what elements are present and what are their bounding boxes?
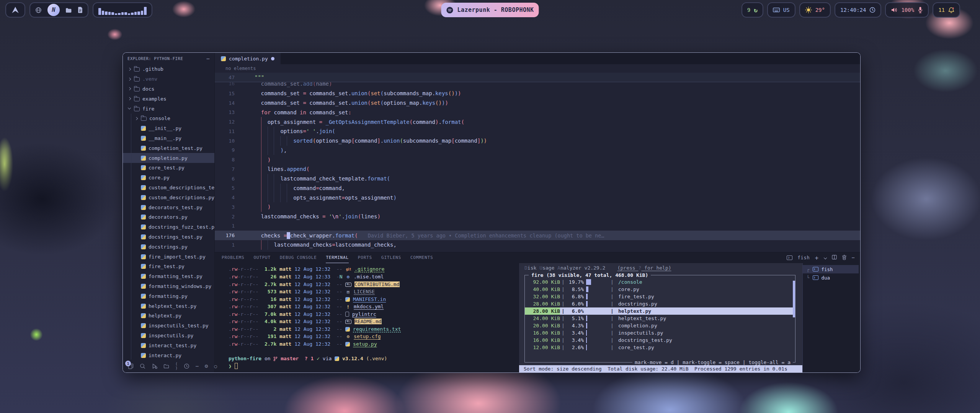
record-circle-icon[interactable]: ○ bbox=[214, 363, 217, 369]
tree-item-interact.py[interactable]: interact.py bbox=[123, 350, 214, 359]
workspace-active-n-icon[interactable]: N bbox=[47, 4, 60, 16]
tree-item-custom_descriptions.py[interactable]: custom_descriptions.py bbox=[123, 192, 214, 202]
tab-completion-py[interactable]: completion.py bbox=[215, 53, 281, 64]
session-item-dua[interactable]: └dua bbox=[803, 273, 859, 282]
dua-row-core_test.py[interactable]: 12.00 KiB|2.6%|core_test.py bbox=[525, 344, 795, 351]
panel-tab-debug-console[interactable]: DEBUG CONSOLE bbox=[280, 252, 317, 263]
speaker-icon bbox=[891, 7, 898, 13]
workspace-files-folder-icon[interactable] bbox=[65, 7, 72, 13]
tree-item-docstrings.py[interactable]: docstrings.py bbox=[123, 242, 214, 252]
search-icon[interactable] bbox=[140, 363, 145, 369]
modified-dot-icon[interactable] bbox=[271, 57, 274, 60]
dua-row-fire_test.py[interactable]: 32.00 KiB|6.8%|fire_test.py bbox=[525, 293, 795, 300]
folder-icon bbox=[134, 107, 140, 111]
code-line: 9 ), bbox=[215, 146, 860, 155]
tree-item-helptext_test.py[interactable]: helptext_test.py bbox=[123, 301, 214, 311]
terminal-line: .rw-r--r-- 1.2k matt 12 Aug 12:32 -- git… bbox=[229, 265, 519, 273]
line-number: 176 bbox=[215, 233, 245, 238]
tree-item-inspectutils_test.py[interactable]: inspectutils_test.py bbox=[123, 321, 214, 331]
more-icon[interactable]: ⋯ bbox=[196, 363, 199, 369]
tree-item-core_test.py[interactable]: core_test.py bbox=[123, 163, 214, 173]
explorer-files-icon[interactable]: 1 bbox=[128, 363, 134, 369]
breadcrumb[interactable]: no elements bbox=[215, 64, 860, 73]
settings-gear-icon[interactable]: ⚙ bbox=[205, 363, 208, 369]
python-icon bbox=[141, 175, 146, 180]
dua-row-inspectutils.py[interactable]: 16.00 KiB|3.4%|inspectutils.py bbox=[525, 329, 795, 337]
panel-tab-gitlens[interactable]: GITLENS bbox=[381, 252, 401, 263]
dua-scrollbar[interactable] bbox=[793, 281, 795, 317]
tree-item-decorators_test.py[interactable]: decorators_test.py bbox=[123, 202, 214, 212]
dua-row-helptext_test.py[interactable]: 24.00 KiB|5.1%|helptext_test.py bbox=[525, 315, 795, 322]
tree-item-__main__.py[interactable]: __main__.py bbox=[123, 133, 214, 143]
kill-terminal-button[interactable] bbox=[842, 255, 847, 261]
panel-tab-comments[interactable]: COMMENTS bbox=[410, 252, 433, 263]
tree-item-decorators.py[interactable]: decorators.py bbox=[123, 212, 214, 222]
tree-item-label: .github bbox=[142, 66, 163, 72]
tree-item-completion.py[interactable]: completion.py bbox=[123, 153, 214, 163]
tree-item-docs[interactable]: docs bbox=[123, 84, 214, 94]
tree-item-formatting_test.py[interactable]: formatting_test.py bbox=[123, 272, 214, 281]
explorer-more-button[interactable]: ⋯ bbox=[207, 56, 210, 62]
line-number: 10 bbox=[215, 138, 245, 144]
shell-label[interactable]: fish bbox=[797, 255, 810, 260]
audio-visualizer-pill[interactable] bbox=[93, 2, 152, 18]
tree-item-__init__.py[interactable]: __init__.py bbox=[123, 124, 214, 133]
workspace-notes-file-icon[interactable] bbox=[78, 7, 83, 13]
tree-item-.github[interactable]: .github bbox=[123, 64, 214, 74]
launcher-button[interactable] bbox=[5, 2, 25, 18]
tree-item-formatting_windows.py[interactable]: formatting_windows.py bbox=[123, 281, 214, 291]
media-player-pill[interactable]: Lazerpunk - ROBOPHONK bbox=[441, 3, 539, 17]
panel-tab-ports[interactable]: PORTS bbox=[358, 252, 372, 263]
dua-row-docstrings_test.py[interactable]: 16.00 KiB|3.4%|docstrings_test.py bbox=[525, 337, 795, 344]
dua-row-docstrings.py[interactable]: 28.00 KiB|6.0%|docstrings.py bbox=[525, 300, 795, 307]
dua-row-console[interactable]: 92.00 KiB|19.7%|/console bbox=[525, 278, 795, 286]
clock-pill[interactable]: 12:40:24 bbox=[835, 2, 881, 18]
dua-row-completion.py[interactable]: 20.00 KiB|4.3%|completion.py bbox=[525, 322, 795, 329]
code-line: 1 lastcommand_checks=lastcommand_checks, bbox=[215, 240, 860, 250]
python-icon bbox=[141, 284, 146, 289]
tree-item-interact_test.py[interactable]: interact_test.py bbox=[123, 340, 214, 350]
dua-row-core.py[interactable]: 40.00 KiB|8.5%|core.py bbox=[525, 286, 795, 293]
terminal-output[interactable]: .rw-r--r-- 1.2k matt 12 Aug 12:32 -- git… bbox=[215, 263, 519, 372]
tree-item-inspectutils.py[interactable]: inspectutils.py bbox=[123, 331, 214, 341]
python-icon bbox=[141, 333, 146, 338]
volume-pill[interactable]: 100% bbox=[885, 2, 929, 18]
dua-row-helptext.py[interactable]: 28.00 KiB|6.0%|helptext.py bbox=[525, 307, 795, 315]
tree-item-fire_test.py[interactable]: fire_test.py bbox=[123, 262, 214, 272]
history-icon[interactable] bbox=[184, 363, 189, 369]
tree-item-helptext.py[interactable]: helptext.py bbox=[123, 311, 214, 321]
notifications-pill[interactable]: 11 bbox=[933, 2, 960, 18]
tree-item-docstrings_test.py[interactable]: docstrings_test.py bbox=[123, 232, 214, 242]
split-terminal-button[interactable] bbox=[832, 255, 837, 261]
weather-pill[interactable]: 29° bbox=[799, 2, 831, 18]
panel-tab-terminal[interactable]: TERMINAL bbox=[326, 252, 348, 263]
updates-pill[interactable]: 9 ↻ bbox=[742, 2, 763, 18]
brackets-icon[interactable]: ( ) bbox=[175, 362, 178, 370]
tree-item-fire_import_test.py[interactable]: fire_import_test.py bbox=[123, 252, 214, 262]
keyboard-layout-pill[interactable]: US bbox=[767, 2, 795, 18]
dua-pane[interactable]: Disk Usage Analyzer v2.29.2 (press ? for… bbox=[519, 263, 802, 372]
new-terminal-button[interactable]: + bbox=[815, 254, 819, 262]
terminal-dropdown-chevron-icon[interactable] bbox=[824, 256, 827, 259]
panel-tab-output[interactable]: OUTPUT bbox=[253, 252, 271, 263]
session-item-fish[interactable]: ┌fish bbox=[803, 265, 859, 273]
tree-item-custom_descriptions_test.[interactable]: custom_descriptions_test.… bbox=[123, 183, 214, 193]
tree-item-examples[interactable]: examples bbox=[123, 94, 214, 104]
panel-tab-problems[interactable]: PROBLEMS bbox=[222, 252, 244, 263]
workspace-switcher: N bbox=[29, 2, 88, 18]
code-editor[interactable]: 47"""16 commands_set.add(name)15 command… bbox=[215, 73, 860, 252]
tree-item-completion_test.py[interactable]: completion_test.py bbox=[123, 143, 214, 153]
tree-item-formatting.py[interactable]: formatting.py bbox=[123, 291, 214, 301]
line-number: 3 bbox=[215, 204, 245, 210]
run-debug-icon[interactable] bbox=[152, 363, 157, 369]
tree-item-core.py[interactable]: core.py bbox=[123, 173, 214, 183]
workspace-browser-globe-icon[interactable] bbox=[35, 7, 42, 13]
tree-item-.venv[interactable]: .venv bbox=[123, 74, 214, 84]
folder-icon[interactable] bbox=[163, 364, 169, 369]
tree-item-console[interactable]: console bbox=[123, 114, 214, 124]
tree-item-fire[interactable]: fire bbox=[123, 104, 214, 114]
tree-item-docstrings_fuzz_test.py[interactable]: docstrings_fuzz_test.py bbox=[123, 222, 214, 232]
chevron-spacer bbox=[134, 185, 138, 189]
panel-more-button[interactable]: ⋯ bbox=[852, 255, 855, 260]
code-lines: 47"""16 commands_set.add(name)15 command… bbox=[215, 73, 860, 250]
